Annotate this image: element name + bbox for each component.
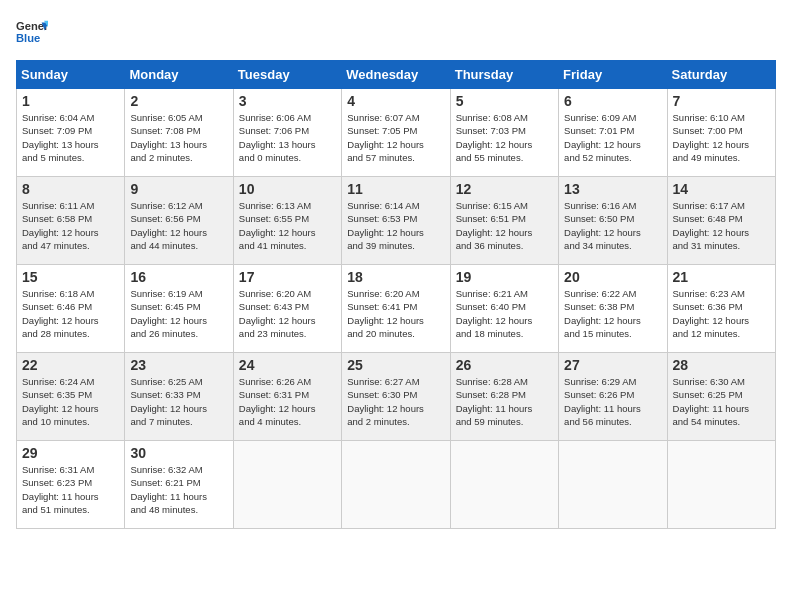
calendar-cell	[559, 441, 667, 529]
calendar-cell: 7Sunrise: 6:10 AM Sunset: 7:00 PM Daylig…	[667, 89, 775, 177]
calendar-cell	[450, 441, 558, 529]
day-info: Sunrise: 6:13 AM Sunset: 6:55 PM Dayligh…	[239, 199, 336, 252]
calendar-cell: 16Sunrise: 6:19 AM Sunset: 6:45 PM Dayli…	[125, 265, 233, 353]
day-number: 13	[564, 181, 661, 197]
day-info: Sunrise: 6:29 AM Sunset: 6:26 PM Dayligh…	[564, 375, 661, 428]
day-info: Sunrise: 6:21 AM Sunset: 6:40 PM Dayligh…	[456, 287, 553, 340]
calendar-cell: 23Sunrise: 6:25 AM Sunset: 6:33 PM Dayli…	[125, 353, 233, 441]
day-number: 23	[130, 357, 227, 373]
day-number: 30	[130, 445, 227, 461]
day-number: 10	[239, 181, 336, 197]
day-number: 6	[564, 93, 661, 109]
calendar-week-row: 15Sunrise: 6:18 AM Sunset: 6:46 PM Dayli…	[17, 265, 776, 353]
calendar-cell: 22Sunrise: 6:24 AM Sunset: 6:35 PM Dayli…	[17, 353, 125, 441]
calendar-cell: 27Sunrise: 6:29 AM Sunset: 6:26 PM Dayli…	[559, 353, 667, 441]
day-info: Sunrise: 6:32 AM Sunset: 6:21 PM Dayligh…	[130, 463, 227, 516]
logo: General Blue	[16, 16, 48, 48]
weekday-header: Monday	[125, 61, 233, 89]
day-number: 8	[22, 181, 119, 197]
day-info: Sunrise: 6:04 AM Sunset: 7:09 PM Dayligh…	[22, 111, 119, 164]
day-number: 5	[456, 93, 553, 109]
calendar-cell: 13Sunrise: 6:16 AM Sunset: 6:50 PM Dayli…	[559, 177, 667, 265]
day-number: 12	[456, 181, 553, 197]
day-number: 17	[239, 269, 336, 285]
calendar-cell: 11Sunrise: 6:14 AM Sunset: 6:53 PM Dayli…	[342, 177, 450, 265]
calendar-week-row: 22Sunrise: 6:24 AM Sunset: 6:35 PM Dayli…	[17, 353, 776, 441]
calendar-cell: 9Sunrise: 6:12 AM Sunset: 6:56 PM Daylig…	[125, 177, 233, 265]
day-info: Sunrise: 6:24 AM Sunset: 6:35 PM Dayligh…	[22, 375, 119, 428]
calendar-cell: 28Sunrise: 6:30 AM Sunset: 6:25 PM Dayli…	[667, 353, 775, 441]
calendar-cell: 19Sunrise: 6:21 AM Sunset: 6:40 PM Dayli…	[450, 265, 558, 353]
day-info: Sunrise: 6:28 AM Sunset: 6:28 PM Dayligh…	[456, 375, 553, 428]
day-info: Sunrise: 6:27 AM Sunset: 6:30 PM Dayligh…	[347, 375, 444, 428]
day-info: Sunrise: 6:07 AM Sunset: 7:05 PM Dayligh…	[347, 111, 444, 164]
day-info: Sunrise: 6:18 AM Sunset: 6:46 PM Dayligh…	[22, 287, 119, 340]
day-number: 14	[673, 181, 770, 197]
day-info: Sunrise: 6:20 AM Sunset: 6:41 PM Dayligh…	[347, 287, 444, 340]
day-info: Sunrise: 6:20 AM Sunset: 6:43 PM Dayligh…	[239, 287, 336, 340]
calendar-cell: 20Sunrise: 6:22 AM Sunset: 6:38 PM Dayli…	[559, 265, 667, 353]
day-info: Sunrise: 6:14 AM Sunset: 6:53 PM Dayligh…	[347, 199, 444, 252]
day-number: 26	[456, 357, 553, 373]
day-info: Sunrise: 6:05 AM Sunset: 7:08 PM Dayligh…	[130, 111, 227, 164]
calendar-cell: 18Sunrise: 6:20 AM Sunset: 6:41 PM Dayli…	[342, 265, 450, 353]
day-number: 11	[347, 181, 444, 197]
day-info: Sunrise: 6:19 AM Sunset: 6:45 PM Dayligh…	[130, 287, 227, 340]
weekday-header: Tuesday	[233, 61, 341, 89]
logo-icon: General Blue	[16, 16, 48, 48]
day-number: 24	[239, 357, 336, 373]
day-info: Sunrise: 6:25 AM Sunset: 6:33 PM Dayligh…	[130, 375, 227, 428]
calendar-cell: 5Sunrise: 6:08 AM Sunset: 7:03 PM Daylig…	[450, 89, 558, 177]
calendar-cell: 15Sunrise: 6:18 AM Sunset: 6:46 PM Dayli…	[17, 265, 125, 353]
svg-text:General: General	[16, 20, 48, 32]
svg-text:Blue: Blue	[16, 32, 40, 44]
calendar-cell: 12Sunrise: 6:15 AM Sunset: 6:51 PM Dayli…	[450, 177, 558, 265]
day-number: 28	[673, 357, 770, 373]
calendar-week-row: 29Sunrise: 6:31 AM Sunset: 6:23 PM Dayli…	[17, 441, 776, 529]
day-info: Sunrise: 6:30 AM Sunset: 6:25 PM Dayligh…	[673, 375, 770, 428]
day-number: 27	[564, 357, 661, 373]
calendar-cell: 6Sunrise: 6:09 AM Sunset: 7:01 PM Daylig…	[559, 89, 667, 177]
weekday-header: Friday	[559, 61, 667, 89]
day-info: Sunrise: 6:17 AM Sunset: 6:48 PM Dayligh…	[673, 199, 770, 252]
day-info: Sunrise: 6:12 AM Sunset: 6:56 PM Dayligh…	[130, 199, 227, 252]
day-number: 20	[564, 269, 661, 285]
calendar-cell: 2Sunrise: 6:05 AM Sunset: 7:08 PM Daylig…	[125, 89, 233, 177]
day-info: Sunrise: 6:23 AM Sunset: 6:36 PM Dayligh…	[673, 287, 770, 340]
day-info: Sunrise: 6:08 AM Sunset: 7:03 PM Dayligh…	[456, 111, 553, 164]
weekday-header: Thursday	[450, 61, 558, 89]
weekday-header: Sunday	[17, 61, 125, 89]
calendar-cell	[667, 441, 775, 529]
calendar-cell	[233, 441, 341, 529]
day-number: 29	[22, 445, 119, 461]
day-number: 22	[22, 357, 119, 373]
day-number: 3	[239, 93, 336, 109]
calendar-cell: 24Sunrise: 6:26 AM Sunset: 6:31 PM Dayli…	[233, 353, 341, 441]
day-info: Sunrise: 6:15 AM Sunset: 6:51 PM Dayligh…	[456, 199, 553, 252]
day-number: 4	[347, 93, 444, 109]
day-info: Sunrise: 6:16 AM Sunset: 6:50 PM Dayligh…	[564, 199, 661, 252]
calendar-cell: 8Sunrise: 6:11 AM Sunset: 6:58 PM Daylig…	[17, 177, 125, 265]
day-number: 7	[673, 93, 770, 109]
day-number: 25	[347, 357, 444, 373]
day-info: Sunrise: 6:09 AM Sunset: 7:01 PM Dayligh…	[564, 111, 661, 164]
calendar-table: SundayMondayTuesdayWednesdayThursdayFrid…	[16, 60, 776, 529]
page-header: General Blue	[16, 16, 776, 48]
calendar-week-row: 8Sunrise: 6:11 AM Sunset: 6:58 PM Daylig…	[17, 177, 776, 265]
day-info: Sunrise: 6:11 AM Sunset: 6:58 PM Dayligh…	[22, 199, 119, 252]
weekday-header: Wednesday	[342, 61, 450, 89]
day-number: 21	[673, 269, 770, 285]
calendar-header-row: SundayMondayTuesdayWednesdayThursdayFrid…	[17, 61, 776, 89]
calendar-cell: 26Sunrise: 6:28 AM Sunset: 6:28 PM Dayli…	[450, 353, 558, 441]
day-number: 1	[22, 93, 119, 109]
day-number: 19	[456, 269, 553, 285]
day-info: Sunrise: 6:06 AM Sunset: 7:06 PM Dayligh…	[239, 111, 336, 164]
day-info: Sunrise: 6:10 AM Sunset: 7:00 PM Dayligh…	[673, 111, 770, 164]
calendar-cell: 29Sunrise: 6:31 AM Sunset: 6:23 PM Dayli…	[17, 441, 125, 529]
calendar-cell: 30Sunrise: 6:32 AM Sunset: 6:21 PM Dayli…	[125, 441, 233, 529]
calendar-cell: 10Sunrise: 6:13 AM Sunset: 6:55 PM Dayli…	[233, 177, 341, 265]
calendar-week-row: 1Sunrise: 6:04 AM Sunset: 7:09 PM Daylig…	[17, 89, 776, 177]
day-number: 16	[130, 269, 227, 285]
day-info: Sunrise: 6:31 AM Sunset: 6:23 PM Dayligh…	[22, 463, 119, 516]
day-number: 18	[347, 269, 444, 285]
